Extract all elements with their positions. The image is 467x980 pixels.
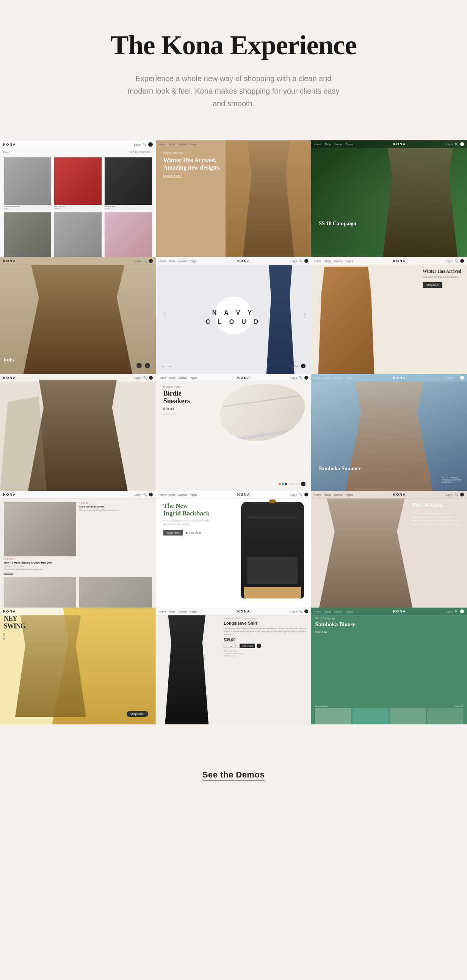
hero-section: The Kona Experience Experience a whole n… (0, 0, 467, 133)
demo-thumb-10[interactable]: KONA Login🔍 Fashion How To Make Styling … (0, 491, 156, 608)
demo-thumb-7[interactable]: KONA Login🔍 (0, 374, 156, 491)
demo-thumb-9[interactable]: HomeShopJournalPages KONA Login🔍 Samboka… (311, 374, 467, 491)
demo-thumb-11[interactable]: HomeShopJournalPages KONA Login🔍 The New… (156, 491, 311, 608)
demo-thumb-8[interactable]: HomeShopJournalPages KONA Login🔍 ▶ Watch… (156, 374, 311, 491)
demo-thumb-2[interactable]: HomeShopJournalPages KONA Login🔍 Fall W … (156, 140, 311, 257)
demo1-logo: KONA (3, 143, 16, 146)
demo-thumb-5[interactable]: HomeShopJournalPages KONA Login🔍 N A V Y… (156, 257, 311, 374)
demo-thumb-13[interactable]: KONA Login🔍 NEY SWING $169 Shop Now › (0, 608, 156, 724)
demos-grid: KONA Login 🔍 Filter Sort by: nearness ▾ … (0, 133, 467, 747)
demo-thumb-12[interactable]: HomeShopJournalPages KONA Login🔍 This is… (311, 491, 467, 608)
hero-description: Experience a whole new way of shopping w… (127, 72, 340, 110)
hero-title: The Kona Experience (60, 30, 407, 60)
see-demos-section: See the Demos (0, 747, 467, 811)
demo-thumb-15[interactable]: HomeShopJournalPages KONA Login🔍 SS 18 C… (311, 608, 467, 724)
demo-thumb-1[interactable]: KONA Login 🔍 Filter Sort by: nearness ▾ … (0, 140, 156, 257)
demo-thumb-14[interactable]: HomeShopJournalPages KONA Login🔍 Home / … (156, 608, 311, 724)
demo-thumb-4[interactable]: KONA Login🔍 bols ‹ › (0, 257, 156, 374)
demo-thumb-3[interactable]: HomeShopJournalPages KONA Login🔍 SS 18 C… (311, 140, 467, 257)
demo-thumb-6[interactable]: HomeShopJournalPages KONA Login🔍 Winter … (311, 257, 467, 374)
see-demos-button[interactable]: See the Demos (202, 770, 265, 781)
